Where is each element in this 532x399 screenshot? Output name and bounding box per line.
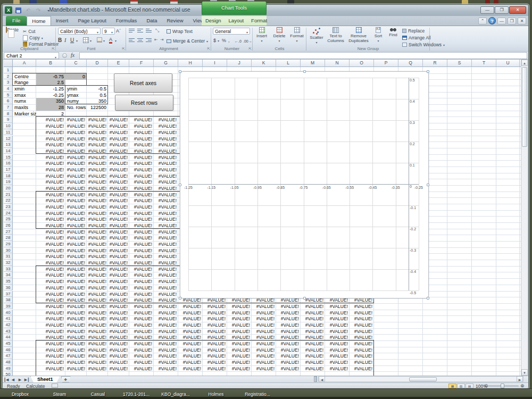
column-header-M[interactable]: M xyxy=(301,60,325,67)
minimize-ribbon-icon[interactable]: ⌃ xyxy=(478,18,487,24)
align-left-icon[interactable] xyxy=(129,38,135,43)
row-header-43[interactable]: 43 xyxy=(4,328,13,335)
row-header-1[interactable]: 1 xyxy=(4,67,13,73)
chart-selection-handle[interactable] xyxy=(427,70,429,73)
increase-indent-icon[interactable]: ⇥ xyxy=(160,37,164,42)
error-cell[interactable]: #VALUE! xyxy=(108,322,129,328)
horizontal-scroll-thumb[interactable] xyxy=(409,377,437,381)
alignment-dialog-launcher-icon[interactable]: ⇱ xyxy=(207,47,210,51)
error-cell[interactable]: #VALUE! xyxy=(154,247,178,254)
remove-duplicates-button[interactable]: Remove Duplicates xyxy=(347,27,370,43)
error-cell[interactable]: #VALUE! xyxy=(227,315,252,322)
row-header-36[interactable]: 36 xyxy=(4,285,13,291)
column-header-S[interactable]: S xyxy=(447,60,472,67)
column-header-I[interactable]: I xyxy=(203,60,227,67)
error-cell[interactable]: #VALUE! xyxy=(129,241,154,247)
page-layout-view-icon[interactable]: ▧ xyxy=(457,384,465,388)
error-cell[interactable]: #VALUE! xyxy=(108,160,129,167)
error-cell[interactable]: #VALUE! xyxy=(350,303,374,310)
tab-page-layout[interactable]: Page Layout xyxy=(73,16,111,26)
error-cell[interactable]: #VALUE! xyxy=(252,322,276,328)
column-header-F[interactable]: F xyxy=(129,60,154,67)
error-cell[interactable]: #VALUE! xyxy=(108,173,129,179)
error-cell[interactable]: #VALUE! xyxy=(108,229,129,235)
column-header-A[interactable]: A xyxy=(13,60,36,67)
font-dialog-launcher-icon[interactable]: ⇱ xyxy=(122,47,125,51)
error-cell[interactable]: #VALUE! xyxy=(108,253,129,260)
chart-y-axis[interactable] xyxy=(409,78,409,290)
error-cell[interactable]: #VALUE! xyxy=(252,315,276,322)
zoom-in-icon[interactable]: ⊕ xyxy=(520,383,525,388)
error-cell[interactable]: #VALUE! xyxy=(325,322,350,328)
error-cell[interactable]: #VALUE! xyxy=(301,322,325,328)
row-header-4[interactable]: 4 xyxy=(4,86,13,92)
row-header-50[interactable]: 50 xyxy=(4,371,13,376)
tab-review[interactable]: Review xyxy=(162,16,188,26)
column-header-H[interactable]: H xyxy=(178,60,203,67)
error-cell[interactable]: #VALUE! xyxy=(276,303,301,310)
borders-icon[interactable] xyxy=(83,37,89,43)
column-header-G[interactable]: G xyxy=(154,60,178,67)
delete-cells-button[interactable]: Delete▾ xyxy=(270,27,288,43)
error-cell[interactable]: #VALUE! xyxy=(129,247,154,254)
sort-button[interactable]: A Z Sort▾ xyxy=(371,27,385,43)
cell-A7[interactable]: maxits xyxy=(13,104,36,111)
error-cell[interactable]: #VALUE! xyxy=(252,328,276,335)
row-header-7[interactable]: 7 xyxy=(4,104,13,111)
chart-selection-handle[interactable] xyxy=(427,297,429,300)
bold-button[interactable]: B xyxy=(58,37,62,43)
currency-format-icon[interactable]: $▾ xyxy=(213,37,219,44)
column-header-U[interactable]: U xyxy=(496,60,520,67)
row-header-9[interactable]: 9 xyxy=(4,117,13,123)
underline-button[interactable]: U xyxy=(70,37,74,43)
row-header-17[interactable]: 17 xyxy=(4,167,13,173)
cell-A5[interactable]: xmax xyxy=(13,92,36,98)
tab-charttools-layout[interactable]: Layout xyxy=(225,16,248,26)
tab-insert[interactable]: Insert xyxy=(51,16,73,26)
tab-charttools-format[interactable]: Format xyxy=(247,16,271,26)
row-header-19[interactable]: 19 xyxy=(4,179,13,185)
zoom-slider-thumb[interactable] xyxy=(501,384,504,388)
error-cell[interactable]: #VALUE! xyxy=(87,303,108,310)
horizontal-scrollbar[interactable]: ◀ ▶ xyxy=(318,376,523,382)
error-cell[interactable]: #VALUE! xyxy=(203,303,227,310)
error-cell[interactable]: #VALUE! xyxy=(154,173,178,179)
error-cell[interactable]: #VALUE! xyxy=(87,179,108,185)
error-cell[interactable]: #VALUE! xyxy=(129,167,154,173)
error-cell[interactable]: #VALUE! xyxy=(154,315,178,322)
error-cell[interactable]: #VALUE! xyxy=(129,322,154,328)
error-cell[interactable]: #VALUE! xyxy=(154,328,178,335)
error-cell[interactable]: #VALUE! xyxy=(129,173,154,179)
error-cell[interactable]: #VALUE! xyxy=(65,167,87,173)
excel-app-icon[interactable]: X xyxy=(5,6,12,14)
workbook-close-button[interactable]: ✕ xyxy=(518,18,526,24)
error-cell[interactable]: #VALUE! xyxy=(36,253,65,260)
percent-format-icon[interactable]: % xyxy=(222,37,226,44)
row-header-29[interactable]: 29 xyxy=(4,241,13,247)
comma-format-icon[interactable]: , xyxy=(228,37,230,44)
row-header-5[interactable]: 5 xyxy=(4,92,13,98)
chart-x-axis[interactable] xyxy=(188,184,419,185)
row-header-8[interactable]: 8 xyxy=(4,111,13,117)
scroll-down-icon[interactable]: ▼ xyxy=(521,369,528,376)
error-cell[interactable]: #VALUE! xyxy=(87,173,108,179)
column-header-K[interactable]: K xyxy=(252,60,276,67)
error-cell[interactable]: #VALUE! xyxy=(325,315,350,322)
error-cell[interactable]: #VALUE! xyxy=(65,173,87,179)
error-cell[interactable]: #VALUE! xyxy=(65,179,87,185)
embedded-scatter-chart[interactable]: -1.25-1.15-1.05-0.95-0.85-0.75-0.65-0.55… xyxy=(180,71,429,298)
decrease-indent-icon[interactable]: ⇤ xyxy=(154,37,158,42)
row-header-45[interactable]: 45 xyxy=(4,340,13,347)
text-to-columns-button[interactable]: Text to Columns xyxy=(327,27,345,43)
row-header-32[interactable]: 32 xyxy=(4,260,13,266)
macro-record-icon[interactable] xyxy=(52,384,58,388)
error-cell[interactable]: #VALUE! xyxy=(65,315,87,322)
column-header-B[interactable]: B xyxy=(36,60,65,67)
row-header-40[interactable]: 40 xyxy=(4,310,13,316)
error-cell[interactable]: #VALUE! xyxy=(203,315,227,322)
font-size-select[interactable]: 9▾ xyxy=(102,28,115,35)
error-cell[interactable]: #VALUE! xyxy=(65,253,87,260)
error-cell[interactable]: #VALUE! xyxy=(108,303,129,310)
error-cell[interactable]: #VALUE! xyxy=(301,310,325,316)
fill-color-icon[interactable] xyxy=(97,37,102,43)
